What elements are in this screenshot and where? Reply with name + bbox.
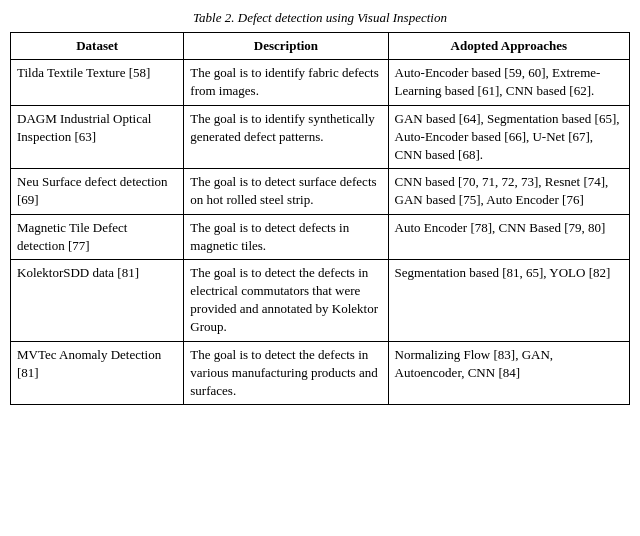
cell-approaches: Segmentation based [81, 65], YOLO [82] — [388, 259, 629, 341]
table-title: Table 2. Defect detection using Visual I… — [10, 10, 630, 26]
table-row: KolektorSDD data [81]The goal is to dete… — [11, 259, 630, 341]
cell-approaches: GAN based [64], Segmentation based [65],… — [388, 105, 629, 169]
cell-dataset: Neu Surface defect detection [69] — [11, 169, 184, 214]
cell-dataset: Magnetic Tile Defect detection [77] — [11, 214, 184, 259]
table-container: Table 2. Defect detection using Visual I… — [10, 10, 630, 405]
cell-description: The goal is to detect surface defects on… — [184, 169, 388, 214]
table-header-row: Dataset Description Adopted Approaches — [11, 33, 630, 60]
header-approaches: Adopted Approaches — [388, 33, 629, 60]
table-row: Neu Surface defect detection [69]The goa… — [11, 169, 630, 214]
table-row: Magnetic Tile Defect detection [77]The g… — [11, 214, 630, 259]
cell-description: The goal is to identify fabric defects f… — [184, 60, 388, 105]
header-dataset: Dataset — [11, 33, 184, 60]
cell-approaches: Normalizing Flow [83], GAN, Autoencoder,… — [388, 341, 629, 405]
cell-dataset: KolektorSDD data [81] — [11, 259, 184, 341]
header-description: Description — [184, 33, 388, 60]
cell-approaches: Auto-Encoder based [59, 60], Extreme-Lea… — [388, 60, 629, 105]
table-row: MVTec Anomaly Detection [81]The goal is … — [11, 341, 630, 405]
cell-description: The goal is to identify synthetically ge… — [184, 105, 388, 169]
cell-approaches: CNN based [70, 71, 72, 73], Resnet [74],… — [388, 169, 629, 214]
cell-description: The goal is to detect the defects in var… — [184, 341, 388, 405]
defect-detection-table: Dataset Description Adopted Approaches T… — [10, 32, 630, 405]
cell-dataset: MVTec Anomaly Detection [81] — [11, 341, 184, 405]
cell-description: The goal is to detect defects in magneti… — [184, 214, 388, 259]
table-row: Tilda Textile Texture [58]The goal is to… — [11, 60, 630, 105]
cell-description: The goal is to detect the defects in ele… — [184, 259, 388, 341]
cell-approaches: Auto Encoder [78], CNN Based [79, 80] — [388, 214, 629, 259]
cell-dataset: DAGM Industrial Optical Inspection [63] — [11, 105, 184, 169]
cell-dataset: Tilda Textile Texture [58] — [11, 60, 184, 105]
table-row: DAGM Industrial Optical Inspection [63]T… — [11, 105, 630, 169]
